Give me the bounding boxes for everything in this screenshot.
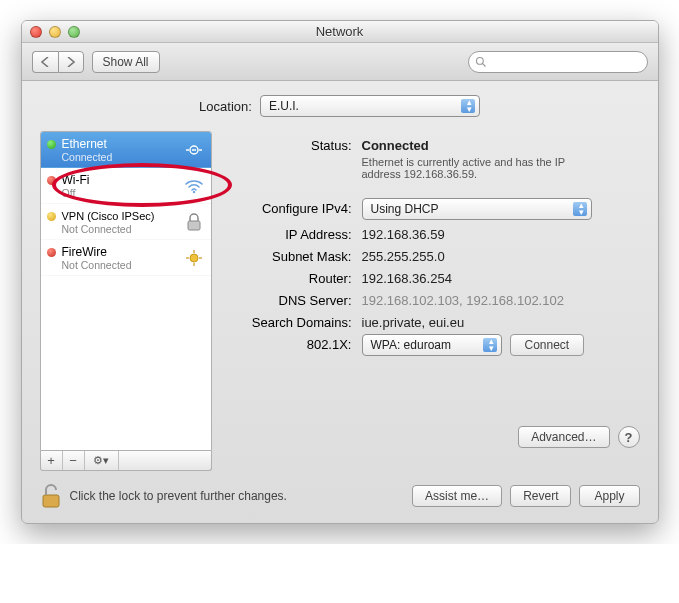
firewire-icon [183,249,205,267]
wifi-icon [183,178,205,194]
location-value: E.U.I. [269,99,299,113]
service-name: VPN (Cisco IPSec) [62,209,177,223]
service-details: Status: Connected Ethernet is currently … [212,131,640,471]
advanced-button[interactable]: Advanced… [518,426,609,448]
subnet-mask-value: 255.255.255.0 [362,246,640,264]
service-list[interactable]: Ethernet Connected Wi-Fi Off [40,131,212,451]
configure-ipv4-select[interactable]: Using DHCP ▴▾ [362,198,592,220]
dot1x-select[interactable]: WPA: eduroam ▴▾ [362,334,502,356]
status-dot-icon [47,212,56,221]
svg-rect-2 [188,221,200,230]
service-name: Wi-Fi [62,173,177,187]
search-domains-label: Search Domains: [234,312,362,330]
service-actions-button[interactable]: ⚙▾ [85,451,119,470]
service-status: Connected [62,151,177,163]
add-service-button[interactable]: + [41,451,63,470]
unlock-icon[interactable] [40,483,62,509]
chevron-right-icon [66,57,75,67]
nav-segment [32,51,84,73]
network-prefpane-window: Network Show All Location: E.U.I. ▴▾ [21,20,659,524]
close-icon[interactable] [30,26,42,38]
lock-text: Click the lock to prevent further change… [70,489,287,503]
zoom-icon[interactable] [68,26,80,38]
forward-button[interactable] [58,51,84,73]
back-button[interactable] [32,51,58,73]
lock-row: Click the lock to prevent further change… [40,479,640,509]
subnet-mask-label: Subnet Mask: [234,246,362,264]
service-status: Off [62,187,177,199]
assist-me-button[interactable]: Assist me… [412,485,502,507]
service-status: Not Connected [62,223,177,235]
ip-address-value: 192.168.36.59 [362,224,640,242]
service-list-buttons: + − ⚙▾ [40,451,212,471]
location-select[interactable]: E.U.I. ▴▾ [260,95,480,117]
status-dot-icon [47,248,56,257]
minimize-icon[interactable] [49,26,61,38]
search-domains-value: iue.private, eui.eu [362,312,640,330]
dot1x-label: 802.1X: [234,334,362,352]
remove-service-button[interactable]: − [63,451,85,470]
status-note: Ethernet is currently active and has the… [362,156,602,180]
sidebar-item-ethernet[interactable]: Ethernet Connected [41,132,211,168]
toolbar: Show All [22,43,658,81]
router-value: 192.168.36.254 [362,268,640,286]
apply-button[interactable]: Apply [579,485,639,507]
content-area: Location: E.U.I. ▴▾ Ethernet Connected [22,81,658,523]
service-status: Not Connected [62,259,177,271]
sidebar-item-firewire[interactable]: FireWire Not Connected [41,240,211,276]
help-button[interactable]: ? [618,426,640,448]
show-all-button[interactable]: Show All [92,51,160,73]
ip-address-label: IP Address: [234,224,362,242]
traffic-lights [30,26,80,38]
location-row: Location: E.U.I. ▴▾ [40,95,640,117]
dns-value: 192.168.102.103, 192.168.102.102 [362,290,640,308]
window-title: Network [22,24,658,39]
status-label: Status: [234,135,362,153]
router-label: Router: [234,268,362,286]
svg-point-1 [192,190,194,192]
chevron-updown-icon: ▴▾ [579,202,584,216]
configure-ipv4-label: Configure IPv4: [234,198,362,216]
revert-button[interactable]: Revert [510,485,571,507]
location-label: Location: [199,99,252,114]
ethernet-icon [183,142,205,158]
dns-label: DNS Server: [234,290,362,308]
lock-icon [183,213,205,231]
connect-button[interactable]: Connect [510,334,585,356]
chevron-updown-icon: ▴▾ [467,99,472,113]
svg-rect-8 [43,495,59,507]
chevron-updown-icon: ▴▾ [489,338,494,352]
status-value: Connected [362,138,640,153]
sidebar-item-wifi[interactable]: Wi-Fi Off [41,168,211,204]
status-dot-icon [47,140,56,149]
svg-point-3 [190,254,198,262]
status-dot-icon [47,176,56,185]
sidebar-item-vpn[interactable]: VPN (Cisco IPSec) Not Connected [41,204,211,240]
titlebar: Network [22,21,658,43]
service-name: FireWire [62,245,177,259]
service-name: Ethernet [62,137,177,151]
search-input[interactable] [468,51,648,73]
chevron-left-icon [41,57,50,67]
